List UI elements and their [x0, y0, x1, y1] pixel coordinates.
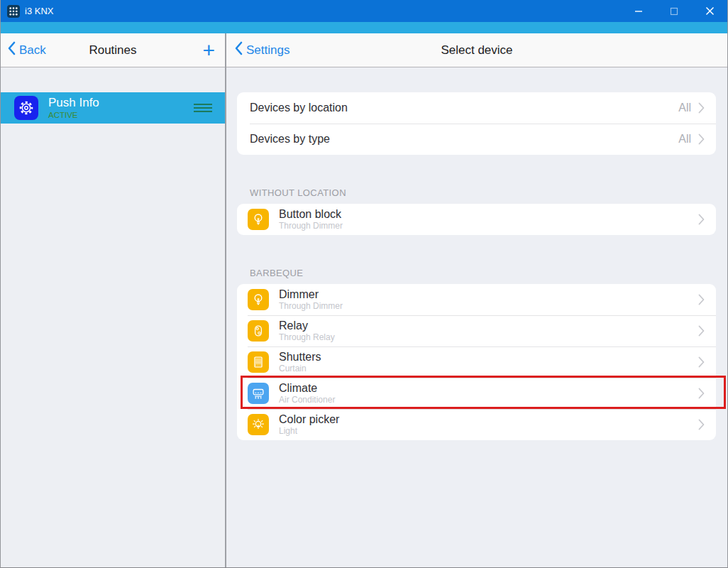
chevron-right-icon — [698, 102, 705, 114]
relay-icon — [248, 320, 269, 342]
device-row-shutters[interactable]: Shutters Curtain — [237, 346, 716, 378]
select-device-panel: Settings Select device Devices by locati… — [226, 33, 727, 568]
right-navbar: Settings Select device — [226, 33, 727, 67]
bulb-icon — [248, 209, 269, 230]
device-subtitle: Curtain — [279, 364, 321, 373]
back-label: Back — [19, 43, 46, 58]
device-title: Dimmer — [279, 288, 343, 301]
drag-handle-icon[interactable] — [194, 104, 212, 112]
device-subtitle: Air Conditioner — [279, 395, 335, 405]
filter-value: All — [678, 133, 691, 146]
climate-icon — [248, 383, 269, 404]
device-row-relay[interactable]: Relay Through Relay — [237, 315, 716, 346]
routine-list: Push Info ACTIVE — [1, 92, 225, 124]
device-title: Shutters — [279, 351, 321, 364]
settings-back-button[interactable]: Settings — [235, 41, 289, 59]
device-subtitle: Through Dimmer — [279, 302, 343, 311]
filter-row[interactable]: Devices by type All — [237, 124, 716, 155]
device-row-color-picker[interactable]: Color picker Light — [237, 409, 716, 440]
device-card: Button block Through Dimmer — [237, 204, 716, 235]
filter-label: Devices by location — [250, 102, 348, 114]
device-section: WITHOUT LOCATION Button block Through Di… — [237, 187, 716, 235]
device-subtitle: Light — [279, 427, 339, 436]
section-header: BARBEQUE — [250, 268, 716, 278]
device-section: BARBEQUE Dimmer Through Dimmer Relay Thr… — [237, 268, 716, 440]
filter-card: Devices by location All Devices by type … — [237, 92, 716, 155]
window-controls — [621, 0, 727, 22]
add-routine-button[interactable]: + — [202, 41, 215, 60]
shutters-icon — [248, 351, 269, 373]
routine-title: Push Info — [48, 96, 99, 110]
device-title: Relay — [279, 320, 335, 332]
close-button[interactable] — [692, 0, 727, 22]
device-subtitle: Through Dimmer — [279, 222, 343, 231]
window-title: i3 KNX — [25, 6, 53, 16]
section-header: WITHOUT LOCATION — [250, 187, 716, 198]
bulb-rays-icon — [248, 414, 269, 435]
device-subtitle: Through Relay — [279, 333, 335, 342]
bulb-icon — [248, 289, 269, 310]
app-window: i3 KNX Back Routine — [0, 0, 728, 568]
back-button[interactable]: Back — [8, 41, 46, 59]
routine-status-badge: ACTIVE — [48, 111, 99, 120]
chevron-left-icon — [235, 41, 243, 59]
left-navbar: Back Routines + — [1, 33, 225, 67]
chevron-right-icon — [698, 294, 705, 305]
chevron-left-icon — [8, 41, 16, 59]
chevron-right-icon — [698, 356, 705, 368]
device-sections: WITHOUT LOCATION Button block Through Di… — [237, 187, 716, 440]
gear-icon — [14, 96, 38, 120]
app-logo-icon — [7, 5, 20, 18]
accent-strip — [1, 22, 727, 33]
chevron-right-icon — [698, 325, 705, 337]
titlebar: i3 KNX — [1, 0, 727, 22]
chevron-right-icon — [698, 388, 705, 399]
routine-row-push-info[interactable]: Push Info ACTIVE — [1, 92, 225, 124]
device-content: Devices by location All Devices by type … — [226, 67, 727, 440]
device-card: Dimmer Through Dimmer Relay Through Rela… — [237, 284, 716, 440]
device-title: Color picker — [279, 413, 339, 426]
device-title: Button block — [279, 208, 343, 221]
maximize-button[interactable] — [656, 0, 692, 22]
filter-label: Devices by type — [250, 133, 330, 146]
chevron-right-icon — [698, 214, 705, 225]
routines-panel: Back Routines + Push Info ACTIVE — [1, 33, 226, 568]
device-row-button-block[interactable]: Button block Through Dimmer — [237, 204, 716, 235]
chevron-right-icon — [698, 133, 705, 145]
device-row-climate[interactable]: Climate Air Conditioner — [237, 378, 716, 409]
chevron-right-icon — [698, 419, 705, 430]
filter-value: All — [678, 102, 691, 114]
settings-back-label: Settings — [246, 43, 289, 58]
device-row-dimmer[interactable]: Dimmer Through Dimmer — [237, 284, 716, 315]
right-panel-title: Select device — [226, 43, 727, 58]
minimize-button[interactable] — [621, 0, 656, 22]
filter-row[interactable]: Devices by location All — [237, 92, 716, 124]
device-title: Climate — [279, 382, 335, 395]
